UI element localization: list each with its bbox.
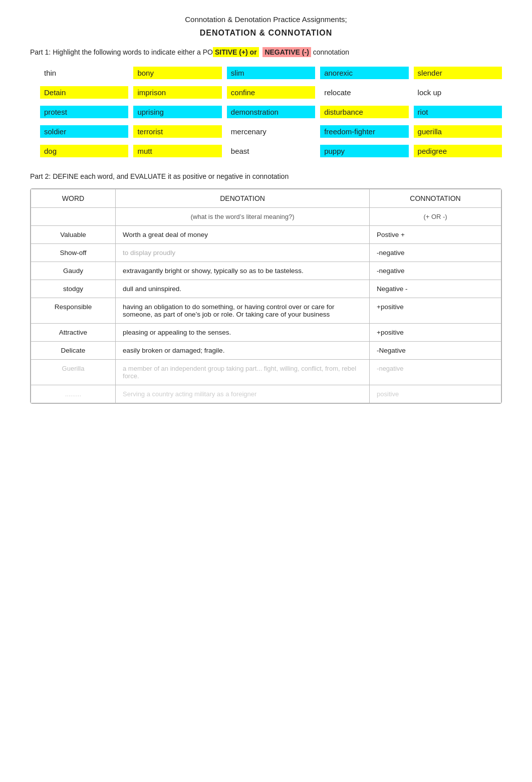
cell-denotation: easily broken or damaged; fragile.	[116, 342, 370, 360]
word-item: terrorist	[133, 125, 221, 138]
cell-denotation: having an obligation to do something, or…	[116, 298, 370, 324]
word-item: dog	[40, 145, 128, 157]
word-item: puppy	[320, 145, 408, 157]
subheader-denotation: (what is the word’s literal meaning?)	[116, 208, 370, 226]
part2-instruction: Part 2: DEFINE each word, and EVALUATE i…	[30, 172, 502, 180]
cell-connotation: -negative	[370, 244, 501, 262]
negative-highlight: NEGATIVE (-)	[262, 47, 311, 57]
word-item: relocate	[320, 86, 408, 99]
word-item: protest	[40, 106, 128, 118]
table-row: Show-offto display proudly-negative	[31, 244, 501, 262]
cell-connotation: -Negative	[370, 342, 501, 360]
table-row: Gaudyextravagantly bright or showy, typi…	[31, 262, 501, 280]
cell-word: Show-off	[31, 244, 116, 262]
cell-denotation: extravagantly bright or showy, typically…	[116, 262, 370, 280]
part1-instruction-post: connotation	[311, 48, 349, 56]
word-item: uprising	[133, 106, 221, 118]
cell-denotation: a member of an independent group taking …	[116, 360, 370, 385]
subheader-connotation: (+ OR -)	[370, 208, 501, 226]
word-item: bony	[133, 67, 221, 79]
cell-word: Valuable	[31, 226, 116, 244]
word-item: lock up	[414, 86, 502, 99]
word-item: slim	[227, 67, 315, 79]
cell-connotation: -negative	[370, 262, 501, 280]
table-header-row: WORD DENOTATION CONNOTATION	[31, 189, 501, 208]
header-denotation: DENOTATION	[116, 189, 370, 208]
table-row: stodgydull and uninspired.Negative -	[31, 280, 501, 298]
word-item: imprison	[133, 86, 221, 99]
word-item: riot	[414, 106, 502, 118]
header-word: WORD	[31, 189, 116, 208]
cell-connotation: +positive	[370, 298, 501, 324]
denotation-connotation-table: WORD DENOTATION CONNOTATION (what is the…	[31, 189, 501, 403]
word-item: demonstration	[227, 106, 315, 118]
word-item: confine	[227, 86, 315, 99]
word-item: freedom-fighter	[320, 125, 408, 138]
word-item: mutt	[133, 145, 221, 157]
words-grid: thinbonyslimanorexicslenderDetainimpriso…	[30, 67, 502, 157]
cell-denotation: pleasing or appealing to the senses.	[116, 324, 370, 342]
table-row: Attractivepleasing or appealing to the s…	[31, 324, 501, 342]
table-container: WORD DENOTATION CONNOTATION (what is the…	[30, 188, 502, 404]
cell-denotation: to display proudly	[116, 244, 370, 262]
cell-word: Gaudy	[31, 262, 116, 280]
cell-connotation: positive	[370, 385, 501, 403]
word-item: disturbance	[320, 106, 408, 118]
cell-word: Guerilla	[31, 360, 116, 385]
part1-instruction-pre: Highlight the following words to indicat…	[51, 48, 213, 56]
table-row: Responsiblehaving an obligation to do so…	[31, 298, 501, 324]
subheader-word	[31, 208, 116, 226]
cell-word: .........	[31, 385, 116, 403]
cell-connotation: Negative -	[370, 280, 501, 298]
cell-word: Attractive	[31, 324, 116, 342]
table-subheader-row: (what is the word’s literal meaning?) (+…	[31, 208, 501, 226]
cell-denotation: Worth a great deal of money	[116, 226, 370, 244]
section-title: DENOTATION & CONNOTATION	[30, 29, 502, 38]
page-title: Connotation & Denotation Practice Assign…	[30, 15, 502, 24]
word-item: pedigree	[414, 145, 502, 157]
cell-word: Delicate	[31, 342, 116, 360]
cell-connotation: -negative	[370, 360, 501, 385]
cell-word: stodgy	[31, 280, 116, 298]
cell-connotation: +positive	[370, 324, 501, 342]
word-item: anorexic	[320, 67, 408, 79]
word-item: beast	[227, 145, 315, 157]
cell-denotation: Serving a country acting military as a f…	[116, 385, 370, 403]
word-item: Detain	[40, 86, 128, 99]
table-row: .........Serving a country acting milita…	[31, 385, 501, 403]
table-row: ValuableWorth a great deal of moneyPosti…	[31, 226, 501, 244]
word-item: thin	[40, 67, 128, 79]
positive-highlight: SITIVE (+) or	[213, 47, 259, 57]
part1-label: Part 1:	[30, 48, 51, 56]
cell-connotation: Postive +	[370, 226, 501, 244]
table-row: Guerillaa member of an independent group…	[31, 360, 501, 385]
table-row: Delicateeasily broken or damaged; fragil…	[31, 342, 501, 360]
word-item: mercenary	[227, 125, 315, 138]
part1-instruction: Part 1: Highlight the following words to…	[30, 47, 502, 58]
header-connotation: CONNOTATION	[370, 189, 501, 208]
cell-word: Responsible	[31, 298, 116, 324]
cell-denotation: dull and uninspired.	[116, 280, 370, 298]
word-item: guerilla	[414, 125, 502, 138]
word-item: slender	[414, 67, 502, 79]
word-item: soldier	[40, 125, 128, 138]
